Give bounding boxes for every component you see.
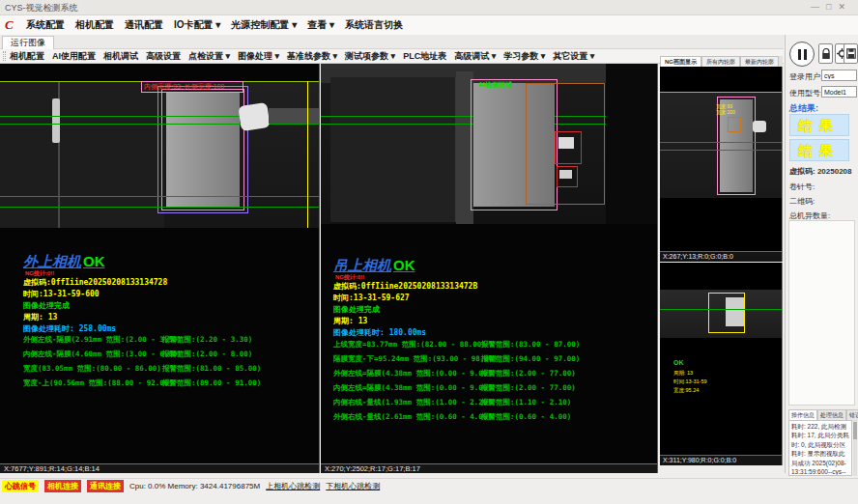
gripper-part (753, 121, 766, 132)
pixel-coords-readout: X:311;Y:980;R:0;G:0;B:0 (660, 455, 782, 465)
measurement-text: 外侧左线=隔膜(4.38mm 范围:(0.00 - 9.00) (333, 369, 492, 378)
tool-test-params[interactable]: 测试项参数 ▾ (345, 50, 395, 63)
measurement-text: 宽度(83.05mm 范围:(80.00 - 86.00) (23, 364, 161, 373)
toolbar-grip (3, 51, 6, 61)
green-line (0, 124, 319, 125)
virtual-code-value: 20250208 (817, 167, 852, 176)
tool-camera-debug[interactable]: 相机调试 (103, 50, 138, 63)
alarm-range: 报警范围:(2.00 - 77.00) (481, 383, 576, 393)
menu-item-camera-config[interactable]: 相机配置 (75, 18, 114, 32)
green-line (0, 196, 319, 197)
menu-items: 系统配置 相机配置 通讯配置 IO卡配置 ▾ 光源控制配置 ▾ 查看 ▾ 系统语… (26, 18, 403, 32)
measurement-row: 内侧右线-量线(1.93mm 范围:(1.00 - 2.20)报警范围:(1.1… (333, 398, 492, 407)
menu-item-light-config[interactable]: 光源控制配置 ▾ (231, 18, 297, 32)
close-icon[interactable]: ✕ (838, 2, 852, 12)
measurement-text: 上线宽度=83.77mm 范围:(82.00 - 88.00) (333, 340, 486, 349)
thumb-image: 宽度:93 宽度:100 (660, 92, 782, 198)
measurement-row: 外侧左线=隔膜(4.38mm 范围:(0.00 - 9.00)报警范围:(2.0… (333, 369, 492, 378)
thumbnail-view-top[interactable]: 宽度:93 宽度:100 X:267;Y:13;R:0;G:0;B:0 (660, 67, 783, 262)
scrollbar-thumb[interactable] (853, 422, 857, 439)
pause-button[interactable] (789, 42, 815, 67)
yellow-roi-outline (708, 293, 745, 333)
menu-item-view[interactable]: 查看 ▾ (307, 18, 334, 32)
camera-connection-badge: 相机连接 (44, 480, 81, 492)
window-title: CYS-视觉检测系统 (5, 2, 78, 14)
tool-ai-config[interactable]: AI使用配置 (52, 50, 96, 63)
tool-spotcheck-settings[interactable]: 点检设置 ▾ (188, 50, 230, 63)
maximize-icon[interactable]: □ (826, 2, 838, 12)
model-input[interactable] (821, 86, 857, 98)
time-line: 时间:13-31-59-627 (333, 293, 410, 303)
top-reference-line (660, 92, 782, 93)
menu-item-io-config[interactable]: IO卡配置 ▾ (174, 18, 220, 32)
pause-icon (804, 49, 807, 60)
menu-item-system-config[interactable]: 系统配置 (26, 18, 65, 32)
measurement-row: 内侧左线=隔膜(4.38mm 范围:(0.00 - 9.00)报警范围:(2.0… (333, 383, 492, 393)
alarm-range: 报警范围:(2.20 - 3.30) (162, 335, 252, 345)
app-window: CYS-视觉检测系统 —□✕ C 系统配置 相机配置 通讯配置 IO卡配置 ▾ … (0, 0, 858, 504)
measurement-text: 外侧左线-隔膜(2.91mm 范围:(2.00 - 3.50) (23, 335, 182, 344)
menu-item-language[interactable]: 系统语言切换 (345, 18, 403, 32)
measurement-row: 宽度-上(90.56mm 范围:(88.00 - 92.00)报警范围:(89.… (23, 378, 173, 388)
elapsed-line: 图像处理耗时: 180.00ms (333, 327, 426, 338)
middle-camera-panel[interactable]: AI检测区域 吊上相机OK NG统计:0!! 虚拟码:0ffIiine20250… (321, 64, 658, 473)
tool-other-settings[interactable]: 其它设置 ▾ (553, 50, 594, 63)
cycle-line: 周期: 13 (23, 312, 57, 322)
tool-baseline-params[interactable]: 基准线参数 ▾ (287, 50, 337, 63)
tool-advanced-debug[interactable]: 高级调试 ▾ (454, 50, 496, 63)
thumb-status: OK (673, 359, 684, 366)
yellow-reference-line (307, 81, 308, 228)
result-listbox[interactable] (788, 220, 855, 406)
gripper-arm (269, 108, 319, 124)
width-overlay-label: 内侧宽度:93, 外侧宽度:100 (141, 81, 243, 93)
lock-icon (821, 48, 831, 60)
minimize-icon[interactable]: — (811, 2, 826, 12)
overlay-line: 宽度:100 (716, 109, 735, 115)
camera-name: 外上相机 (23, 253, 81, 269)
window-controls[interactable]: —□✕ (811, 2, 852, 12)
result-box-1: 结果 (789, 114, 849, 136)
tab-latest-contours[interactable]: 最新内轮廓 (740, 56, 779, 67)
lock-button[interactable] (818, 43, 833, 64)
thumbnail-view-bottom[interactable]: OK 周期: 13 时间:13-31-59 宽度:95.24 X:311;Y:9… (660, 263, 783, 465)
measurement-row: 外侧右线-量线(2.61mm 范围:(0.60 - 4.00)报警范围:(0.6… (333, 412, 492, 422)
lower-camera-heartbeat-link[interactable]: 下相机心跳检测 (326, 481, 380, 491)
tab-run-image[interactable]: 运行图像 (2, 36, 54, 49)
tool-advanced-settings[interactable]: 高级设置 (146, 50, 181, 63)
machine-body (330, 77, 456, 222)
tab-ng-display[interactable]: NG画面显示 (660, 56, 701, 67)
save-button[interactable] (844, 43, 858, 64)
control-panel: 登录用户: 使用型号: 总结果: 结果 结果 虚拟码: 20250208 卷针号… (785, 35, 858, 473)
pause-icon (798, 49, 801, 60)
alarm-range: 报警范围:(2.00 - 8.00) (162, 350, 252, 359)
log-scrollbar[interactable] (853, 420, 857, 476)
left-camera-image: 内侧宽度:93, 外侧宽度:100 (0, 81, 319, 228)
overlay-line: 宽度:95.24 (673, 386, 707, 395)
login-user-input[interactable] (821, 70, 857, 81)
tool-plc-address[interactable]: PLC地址表 (403, 50, 446, 63)
log-message: 耗时: 222, 此局检测耗时: 17, 此局分类耗时: 0, 此局视取分区耗时… (788, 420, 852, 476)
measurement-text: 内侧左线-隔膜(4.60mm 范围:(3.00 - 6.00) (23, 350, 182, 358)
virtual-code-caption: 虚拟码: (789, 167, 815, 176)
upper-camera-heartbeat-link[interactable]: 上相机心跳检测 (266, 481, 320, 491)
measurement-row: 宽度(83.05mm 范围:(80.00 - 86.00)报警范围:(81.00… (23, 364, 161, 374)
left-camera-panel[interactable]: 内侧宽度:93, 外侧宽度:100 外上相机OK NG统计:0!! 虚拟码:0f… (0, 64, 320, 473)
needle-number-label: 卷针号: (789, 182, 815, 192)
tool-camera-config[interactable]: 相机配置 (10, 50, 44, 63)
alarm-range: 报警范围:(83.00 - 87.00) (481, 340, 580, 350)
measurement-text: 隔膜宽度-下=95.24mm 范围:(93.00 - 98.00) (333, 354, 498, 363)
measurement-text: 内侧左线=隔膜(4.38mm 范围:(0.00 - 9.00) (333, 383, 492, 392)
tab-all-contours[interactable]: 所有内轮廓 (701, 56, 740, 67)
measurement-text: 宽度-上(90.56mm 范围:(88.00 - 92.00) (23, 378, 173, 387)
status-bar: 心跳信号 相机连接 通讯连接 Cpu: 0.0% Memory: 3424.41… (0, 478, 858, 493)
ai-region-label: AI检测区域 (478, 80, 512, 90)
measurement-row: 隔膜宽度-下=95.24mm 范围:(93.00 - 98.00)报警范围:(9… (333, 354, 498, 364)
barcode-line: 虚拟码:0ffIiine2025020813313472B (333, 281, 477, 292)
tool-learning-params[interactable]: 学习参数 ▾ (503, 50, 545, 63)
elapsed-line: 图像处理耗时: 258.00ms (23, 323, 116, 334)
tab-strip: 运行图像 (0, 35, 784, 49)
tool-image-processing[interactable]: 图像处理 ▾ (238, 50, 279, 63)
heartbeat-badge: 心跳信号 (2, 480, 39, 492)
machine-part (52, 98, 60, 143)
menu-item-comm-config[interactable]: 通讯配置 (125, 18, 163, 32)
